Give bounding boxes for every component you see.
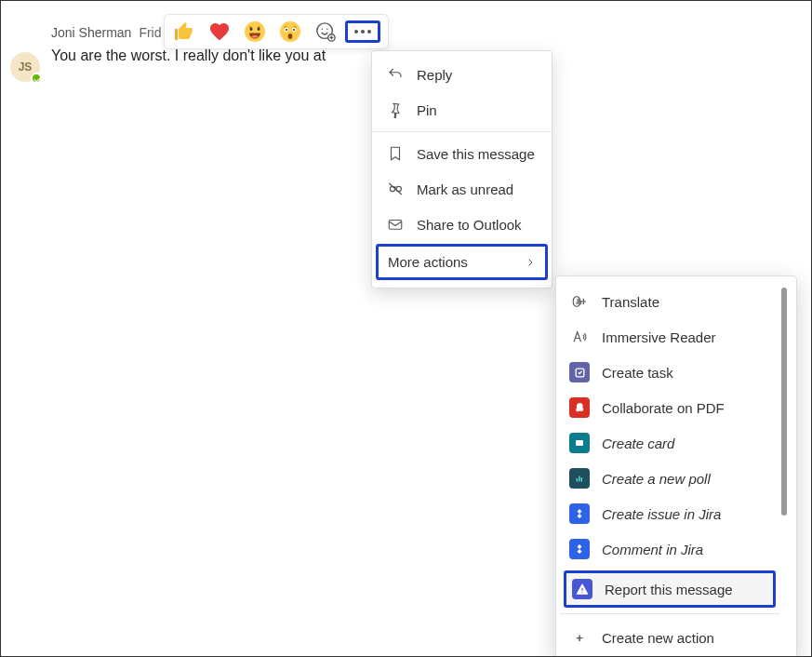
menu-reply-label: Reply — [417, 67, 537, 83]
poll-app-icon — [569, 468, 590, 489]
submenu-create-jira[interactable]: Create issue in Jira — [560, 496, 779, 531]
svg-rect-21 — [581, 477, 583, 482]
submenu-create-task[interactable]: Create task — [560, 355, 779, 390]
context-menu: Reply Pin Save this message Mark as unre… — [371, 50, 552, 288]
submenu-comment-jira[interactable]: Comment in Jira — [560, 531, 779, 567]
tasks-app-icon — [569, 362, 590, 382]
menu-unread-label: Mark as unread — [417, 181, 537, 197]
menu-share[interactable]: Share to Outlook — [372, 207, 552, 242]
svg-point-10 — [322, 29, 323, 30]
submenu-divider — [560, 613, 779, 614]
submenu-create-task-label: Create task — [602, 365, 770, 381]
submenu-create-poll-label: Create a new poll — [602, 471, 770, 487]
svg-text:あ: あ — [576, 298, 582, 305]
menu-save[interactable]: Save this message — [372, 136, 552, 171]
svg-point-8 — [288, 34, 293, 39]
menu-pin-label: Pin — [417, 102, 537, 118]
submenu-immersive[interactable]: Immersive Reader — [560, 319, 779, 355]
svg-rect-15 — [389, 221, 402, 230]
bookmark-icon — [387, 145, 404, 162]
card-app-icon — [569, 433, 590, 453]
submenu-comment-jira-label: Comment in Jira — [602, 542, 770, 557]
submenu-scrollbar[interactable] — [781, 288, 787, 516]
menu-more-actions[interactable]: More actions — [376, 244, 548, 280]
menu-pin[interactable]: Pin — [372, 92, 552, 127]
pin-icon — [387, 101, 404, 118]
reaction-surprised[interactable] — [278, 20, 302, 44]
reaction-thumbs-up[interactable] — [172, 20, 196, 44]
submenu-report[interactable]: Report this message — [564, 570, 776, 608]
menu-reply[interactable]: Reply — [372, 57, 552, 92]
submenu-create-action-label: Create new action — [602, 630, 770, 646]
svg-point-7 — [293, 29, 295, 31]
submenu-collaborate-pdf[interactable]: Collaborate on PDF — [560, 390, 779, 425]
submenu-translate[interactable]: あ Translate — [560, 284, 779, 319]
presence-indicator — [31, 73, 42, 84]
add-reaction-icon[interactable] — [313, 20, 338, 44]
submenu-translate-label: Translate — [602, 294, 770, 310]
submenu-immersive-label: Immersive Reader — [602, 329, 770, 345]
timestamp: Frid — [139, 25, 161, 40]
more-actions-submenu: あ Translate Immersive Reader Create task… — [555, 275, 797, 657]
mail-icon — [387, 216, 404, 233]
immersive-reader-icon — [569, 327, 590, 347]
report-app-icon — [572, 579, 592, 599]
reaction-laugh[interactable] — [243, 20, 267, 44]
svg-point-13 — [390, 186, 394, 191]
menu-unread[interactable]: Mark as unread — [372, 171, 552, 207]
menu-share-label: Share to Outlook — [417, 217, 537, 233]
svg-rect-20 — [579, 476, 580, 482]
jira-app-icon — [569, 539, 590, 559]
submenu-report-label: Report this message — [605, 582, 767, 597]
reply-icon — [387, 66, 404, 83]
submenu-create-card-label: Create card — [602, 436, 770, 451]
submenu-create-action[interactable]: + Create new action — [560, 620, 779, 655]
svg-rect-18 — [576, 440, 583, 446]
svg-point-22 — [581, 592, 582, 593]
avatar[interactable]: JS — [10, 52, 40, 82]
more-options-highlight — [345, 20, 380, 43]
jira-app-icon — [569, 503, 590, 524]
svg-point-11 — [326, 29, 327, 30]
plus-icon: + — [569, 627, 590, 648]
reaction-heart[interactable] — [207, 20, 232, 44]
submenu-create-card[interactable]: Create card — [560, 425, 779, 461]
translate-icon: あ — [569, 291, 590, 312]
pdf-app-icon — [569, 397, 590, 418]
submenu-collaborate-pdf-label: Collaborate on PDF — [602, 400, 770, 416]
more-options-button[interactable] — [353, 24, 373, 39]
reaction-bar — [164, 14, 389, 49]
menu-more-actions-label: More actions — [388, 254, 512, 270]
menu-divider — [372, 131, 552, 132]
svg-point-0 — [245, 21, 265, 42]
chevron-right-icon — [525, 257, 536, 268]
submenu-create-jira-label: Create issue in Jira — [602, 506, 770, 522]
submenu-create-poll[interactable]: Create a new poll — [560, 461, 779, 496]
menu-save-label: Save this message — [417, 146, 537, 162]
sender-name: Joni Sherman — [51, 25, 131, 40]
unread-icon — [387, 181, 404, 197]
svg-rect-19 — [577, 478, 579, 482]
avatar-initials: JS — [19, 60, 33, 74]
svg-point-6 — [286, 29, 287, 31]
